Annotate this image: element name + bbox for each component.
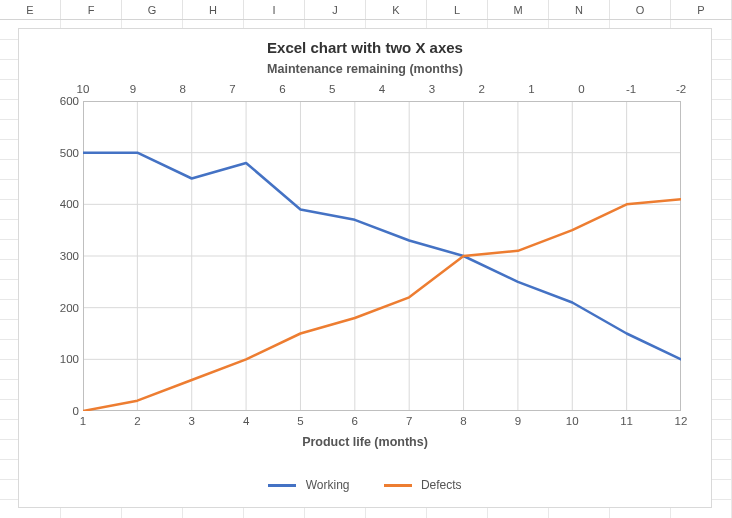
worksheet-area[interactable]: Excel chart with two X axes Maintenance … <box>0 20 732 518</box>
column-headers: EFGHIJKLMNOP <box>0 0 732 20</box>
column-header-O[interactable]: O <box>610 0 671 19</box>
legend-label: Defects <box>421 478 462 492</box>
column-header-I[interactable]: I <box>244 0 305 19</box>
column-header-E[interactable]: E <box>0 0 61 19</box>
chart-object[interactable]: Excel chart with two X axes Maintenance … <box>18 28 712 508</box>
secondary-x-axis-ticks: 109876543210-1-2 <box>83 83 681 99</box>
column-header-F[interactable]: F <box>61 0 122 19</box>
chart-title[interactable]: Excel chart with two X axes <box>19 29 711 62</box>
column-header-L[interactable]: L <box>427 0 488 19</box>
column-header-J[interactable]: J <box>305 0 366 19</box>
legend-entry-working[interactable]: Working <box>268 478 349 492</box>
plot-area[interactable] <box>83 101 681 411</box>
chart-canvas <box>83 101 681 411</box>
column-header-G[interactable]: G <box>122 0 183 19</box>
legend-label: Working <box>306 478 350 492</box>
column-header-M[interactable]: M <box>488 0 549 19</box>
column-header-H[interactable]: H <box>183 0 244 19</box>
legend-swatch-icon <box>384 484 412 487</box>
primary-x-axis-ticks: 123456789101112 <box>83 415 681 433</box>
primary-x-axis-title[interactable]: Product life (months) <box>19 435 711 449</box>
legend-entry-defects[interactable]: Defects <box>384 478 462 492</box>
column-header-P[interactable]: P <box>671 0 732 19</box>
y-axis-ticks: 0100200300400500600 <box>47 101 79 411</box>
legend-swatch-icon <box>268 484 296 487</box>
secondary-x-axis-title[interactable]: Maintenance remaining (months) <box>19 62 711 82</box>
chart-legend[interactable]: Working Defects <box>19 473 711 497</box>
column-header-K[interactable]: K <box>366 0 427 19</box>
column-header-N[interactable]: N <box>549 0 610 19</box>
